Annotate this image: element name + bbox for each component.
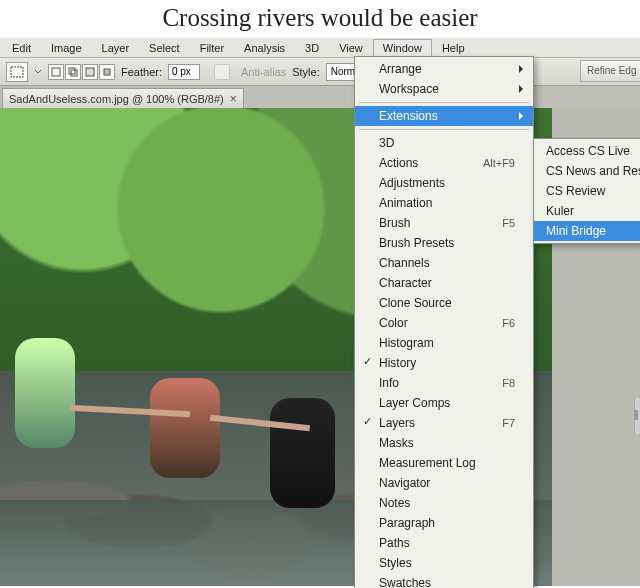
menu-item-label: Measurement Log [379, 456, 476, 470]
menu-item-label: History [379, 356, 416, 370]
menu-window[interactable]: Window [373, 39, 432, 57]
add-selection-icon[interactable] [65, 64, 81, 80]
checkmark-icon: ✓ [363, 355, 372, 368]
scrollbar-thumb[interactable] [634, 410, 638, 420]
menu-item-label: Brush [379, 216, 410, 230]
menu-item-label: Paragraph [379, 516, 435, 530]
menu-analysis[interactable]: Analysis [234, 39, 295, 57]
window-menu-styles[interactable]: Styles [355, 553, 533, 573]
window-menu-brush[interactable]: BrushF5 [355, 213, 533, 233]
ext-kuler[interactable]: Kuler [534, 201, 640, 221]
svg-rect-1 [52, 68, 60, 76]
ext-cs-review[interactable]: CS Review [534, 181, 640, 201]
menu-edit[interactable]: Edit [2, 39, 41, 57]
menu-item-label: Swatches [379, 576, 431, 588]
menu-item-label: Layers [379, 416, 415, 430]
menu-shortcut: Alt+F9 [483, 157, 515, 169]
ext-cs-news-and-reso[interactable]: CS News and Reso [534, 161, 640, 181]
menu-item-label: Channels [379, 256, 430, 270]
window-menu-layer-comps[interactable]: Layer Comps [355, 393, 533, 413]
svg-rect-2 [69, 68, 75, 74]
menu-layer[interactable]: Layer [92, 39, 140, 57]
menu-item-label: Arrange [379, 62, 422, 76]
svg-rect-3 [71, 70, 77, 76]
menu-item-label: Workspace [379, 82, 439, 96]
window-menu-extensions[interactable]: Extensions [355, 106, 533, 126]
window-menu-measurement-log[interactable]: Measurement Log [355, 453, 533, 473]
refine-edge-button[interactable]: Refine Edg [580, 60, 640, 82]
ext-access-cs-live[interactable]: Access CS Live [534, 141, 640, 161]
checkmark-icon: ✓ [363, 415, 372, 428]
subtract-selection-icon[interactable] [82, 64, 98, 80]
menu-item-label: Animation [379, 196, 432, 210]
window-menu-paragraph[interactable]: Paragraph [355, 513, 533, 533]
close-icon[interactable]: × [230, 92, 237, 106]
marquee-tool-icon[interactable] [6, 62, 28, 82]
menu-item-label: Color [379, 316, 408, 330]
menu-view[interactable]: View [329, 39, 373, 57]
intersect-selection-icon[interactable] [99, 64, 115, 80]
menu-separator [359, 129, 529, 130]
window-menu-actions[interactable]: ActionsAlt+F9 [355, 153, 533, 173]
menu-item-label: Character [379, 276, 432, 290]
feather-input[interactable] [168, 64, 200, 80]
document-title: SadAndUseless.com.jpg @ 100% (RGB/8#) [9, 93, 224, 105]
window-menu-masks[interactable]: Masks [355, 433, 533, 453]
window-menu-character[interactable]: Character [355, 273, 533, 293]
window-menu-color[interactable]: ColorF6 [355, 313, 533, 333]
document-tab[interactable]: SadAndUseless.com.jpg @ 100% (RGB/8#) × [2, 88, 244, 108]
window-menu-animation[interactable]: Animation [355, 193, 533, 213]
extensions-submenu: Access CS LiveCS News and ResoCS ReviewK… [533, 138, 640, 244]
menu-shortcut: F7 [502, 417, 515, 429]
window-menu-clone-source[interactable]: Clone Source [355, 293, 533, 313]
antialias-label: Anti-alias [241, 66, 286, 78]
menu-help[interactable]: Help [432, 39, 475, 57]
menu-select[interactable]: Select [139, 39, 190, 57]
menu-item-label: Notes [379, 496, 410, 510]
window-menu-swatches[interactable]: Swatches [355, 573, 533, 588]
page-caption: Crossing rivers would be easier [0, 0, 640, 38]
menu-item-label: Brush Presets [379, 236, 454, 250]
menu-item-label: Adjustments [379, 176, 445, 190]
options-bar: Feather: Anti-alias Style: Normal [0, 58, 640, 86]
menu-item-label: Extensions [379, 109, 438, 123]
tool-preset-dropdown-icon[interactable] [34, 68, 42, 76]
new-selection-icon[interactable] [48, 64, 64, 80]
window-menu-dropdown: ArrangeWorkspaceExtensions3DActionsAlt+F… [354, 56, 534, 588]
window-menu-paths[interactable]: Paths [355, 533, 533, 553]
menu-item-label: Info [379, 376, 399, 390]
window-menu-layers[interactable]: ✓LayersF7 [355, 413, 533, 433]
menu-item-label: Paths [379, 536, 410, 550]
menu-item-label: 3D [379, 136, 394, 150]
menu-3d[interactable]: 3D [295, 39, 329, 57]
menu-bar: EditImageLayerSelectFilterAnalysis3DView… [0, 38, 640, 58]
menu-item-label: Styles [379, 556, 412, 570]
window-menu-channels[interactable]: Channels [355, 253, 533, 273]
menu-item-label: Actions [379, 156, 418, 170]
style-label: Style: [292, 66, 320, 78]
ext-mini-bridge[interactable]: Mini Bridge [534, 221, 640, 241]
menu-separator [359, 102, 529, 103]
svg-rect-5 [104, 69, 110, 75]
window-menu-3d[interactable]: 3D [355, 133, 533, 153]
window-menu-adjustments[interactable]: Adjustments [355, 173, 533, 193]
menu-item-label: Clone Source [379, 296, 452, 310]
window-menu-brush-presets[interactable]: Brush Presets [355, 233, 533, 253]
window-menu-notes[interactable]: Notes [355, 493, 533, 513]
photoshop-window: EditImageLayerSelectFilterAnalysis3DView… [0, 38, 640, 586]
menu-image[interactable]: Image [41, 39, 92, 57]
window-menu-arrange[interactable]: Arrange [355, 59, 533, 79]
window-menu-workspace[interactable]: Workspace [355, 79, 533, 99]
window-menu-histogram[interactable]: Histogram [355, 333, 533, 353]
window-menu-info[interactable]: InfoF8 [355, 373, 533, 393]
window-menu-navigator[interactable]: Navigator [355, 473, 533, 493]
menu-filter[interactable]: Filter [190, 39, 234, 57]
menu-shortcut: F5 [502, 217, 515, 229]
antialias-checkbox [206, 64, 238, 80]
menu-item-label: Masks [379, 436, 414, 450]
menu-item-label: Histogram [379, 336, 434, 350]
menu-item-label: Layer Comps [379, 396, 450, 410]
svg-rect-4 [86, 68, 94, 76]
document-tab-bar: SadAndUseless.com.jpg @ 100% (RGB/8#) × [0, 86, 640, 108]
window-menu-history[interactable]: ✓History [355, 353, 533, 373]
